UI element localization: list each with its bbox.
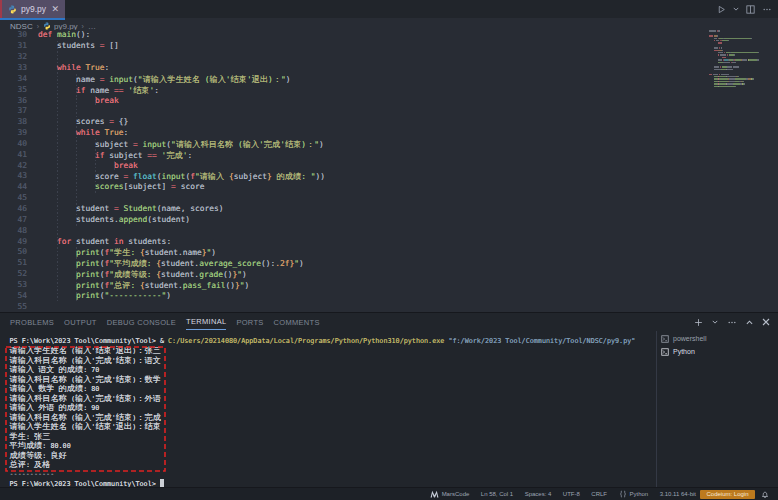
run-python-button[interactable]	[717, 5, 726, 14]
line-number: 37	[0, 106, 27, 117]
code-line-34: 34 name = input("请输入学生姓名 (输入'结束'退出)：")	[0, 74, 778, 85]
code-line-46: 46 student = Student(name, scores)	[0, 204, 778, 215]
indentation[interactable]: Spaces: 4	[525, 491, 552, 497]
code-line-49: 49 for student in students:	[0, 237, 778, 248]
more-actions-button[interactable]	[762, 5, 772, 14]
panel-tab-problems[interactable]: PROBLEMS	[10, 315, 54, 330]
code-editor[interactable]: 30def main():31 students = []3233 while …	[0, 30, 778, 312]
editor-tab-bar: py9.py ✕	[0, 0, 778, 18]
line-number: 44	[0, 182, 27, 193]
terminal-icon	[661, 348, 669, 356]
line-number: 43	[0, 171, 27, 182]
terminal-line: 请输入学生姓名 (输入'结束'退出)：结束	[10, 422, 161, 432]
panel-tab-output[interactable]: OUTPUT	[64, 315, 97, 330]
line-number: 36	[0, 96, 27, 107]
panel-tab-terminal[interactable]: TERMINAL	[186, 314, 226, 330]
code-line-52: 52 print(f"成绩等级: {student.grade()}")	[0, 269, 778, 280]
terminal-profile-chevron-icon[interactable]	[712, 319, 718, 325]
line-number: 48	[0, 226, 27, 237]
code-line-41: 41 if subject == '完成':	[0, 150, 778, 161]
breadcrumb-chevron-icon: ›	[37, 23, 39, 30]
code-line-47: 47 students.append(student)	[0, 215, 778, 226]
tab-close-icon[interactable]: ✕	[51, 5, 59, 13]
terminal-session-powershell[interactable]: powershell	[657, 332, 778, 345]
line-number: 35	[0, 85, 27, 96]
vscode-window: py9.py ✕ NDSC › py9.py › … 30def main():…	[0, 0, 778, 500]
line-number: 55	[0, 302, 27, 312]
language-mode[interactable]: Python	[619, 490, 649, 498]
new-terminal-icon[interactable]	[694, 318, 703, 327]
code-line-43: 43 score = float(input(f"请输入 {subject} 的…	[0, 171, 778, 182]
code-line-45: 45	[0, 193, 778, 204]
panel-tab-bar: PROBLEMSOUTPUTDEBUG CONSOLETERMINALPORTS…	[0, 313, 778, 331]
code-line-48: 48	[0, 226, 778, 237]
marscode-status[interactable]: MarsCode	[430, 490, 470, 498]
code-line-54: 54 print("-----------")	[0, 291, 778, 302]
tab-label: py9.py	[21, 4, 46, 14]
code-line-39: 39 while True:	[0, 128, 778, 139]
bottom-panel: PROBLEMSOUTPUTDEBUG CONSOLETERMINALPORTS…	[0, 312, 778, 487]
line-number: 39	[0, 128, 27, 139]
python-interpreter[interactable]: 3.10.11 64-bit	[660, 491, 696, 497]
panel-more-icon[interactable]	[727, 318, 737, 327]
tab-py9[interactable]: py9.py ✕	[0, 0, 65, 18]
terminal-line: -----------	[10, 470, 55, 480]
split-editor-button[interactable]	[746, 5, 755, 14]
terminal-list: powershellPython	[657, 331, 778, 488]
line-number: 47	[0, 215, 27, 226]
line-number: 42	[0, 161, 27, 172]
terminal-session-python[interactable]: Python	[657, 345, 778, 358]
eol-sequence[interactable]: CRLF	[591, 491, 607, 497]
breadcrumb-python-icon	[43, 22, 51, 30]
code-line-30: 30def main():	[0, 30, 778, 41]
code-line-50: 50 print(f"学生: {student.name}")	[0, 247, 778, 258]
run-dropdown-chevron[interactable]	[733, 6, 739, 12]
line-number: 50	[0, 247, 27, 258]
line-number: 51	[0, 258, 27, 269]
code-line-40: 40 subject = input("请输入科目名称 (输入'完成'结束)："…	[0, 139, 778, 150]
cursor-position[interactable]: Ln 58, Col 1	[481, 491, 513, 497]
breadcrumb-chevron-icon: ›	[82, 23, 84, 30]
encoding[interactable]: UTF-8	[563, 491, 580, 497]
code-line-51: 51 print(f"平均成绩: {student.average_score(…	[0, 258, 778, 269]
line-number: 33	[0, 63, 27, 74]
status-bar: MarsCodeLn 58, Col 1Spaces: 4UTF-8CRLFPy…	[0, 487, 778, 500]
line-number: 34	[0, 74, 27, 85]
code-line-36: 36 break	[0, 96, 778, 107]
maximize-panel-icon[interactable]	[746, 319, 753, 326]
notifications-bell[interactable]	[761, 490, 769, 499]
code-line-32: 32	[0, 52, 778, 63]
line-number: 54	[0, 291, 27, 302]
code-line-53: 53 print(f"总评: {student.pass_fail()}")	[0, 280, 778, 291]
panel-tab-comments[interactable]: COMMENTS	[274, 315, 320, 330]
code-line-55: 55	[0, 302, 778, 312]
terminal[interactable]: PS F:\Work\2023 Tool\Community\Tool> & C…	[0, 331, 654, 488]
code-line-33: 33 while True:	[0, 63, 778, 74]
editor-actions	[717, 0, 772, 18]
line-number: 40	[0, 139, 27, 150]
panel-tab-ports[interactable]: PORTS	[236, 315, 263, 330]
terminal-icon	[661, 335, 669, 343]
line-number: 30	[0, 30, 27, 41]
language-mode-icon	[619, 490, 627, 498]
python-file-icon	[8, 5, 17, 14]
code-line-38: 38 scores = {}	[0, 117, 778, 128]
close-panel-icon[interactable]	[762, 318, 770, 326]
line-number: 32	[0, 52, 27, 63]
tab-left-accent	[0, 0, 2, 18]
code-line-42: 42 break	[0, 161, 778, 172]
status-bar-right: MarsCodeLn 58, Col 1Spaces: 4UTF-8CRLFPy…	[430, 490, 778, 499]
notifications-bell-icon	[761, 490, 769, 499]
marscode-icon	[430, 490, 439, 498]
code-line-37: 37	[0, 106, 778, 117]
codeium-login[interactable]: Codeium: Login	[700, 490, 754, 499]
line-number: 49	[0, 237, 27, 248]
minimap[interactable]	[703, 30, 765, 312]
line-number: 53	[0, 280, 27, 291]
panel-action-icons	[694, 313, 770, 331]
code-line-35: 35 if name == '结束':	[0, 85, 778, 96]
active-tab-underline	[0, 18, 65, 20]
line-number: 46	[0, 204, 27, 215]
panel-tab-debug-console[interactable]: DEBUG CONSOLE	[107, 315, 176, 330]
line-number: 31	[0, 41, 27, 52]
